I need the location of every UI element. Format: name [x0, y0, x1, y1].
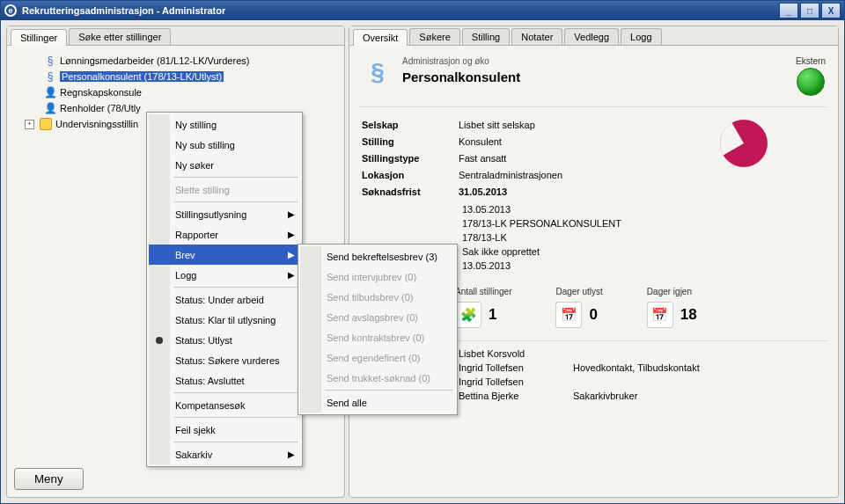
menu-item-label: Kompetansesøk [175, 400, 245, 411]
menu-item-label: Sakarkiv [175, 449, 212, 460]
left-tabbar: Stillinger Søke etter stillinger [7, 26, 344, 46]
chevron-right-icon: ▶ [288, 209, 295, 219]
field-value: Lisbet sitt selskap [459, 120, 720, 130]
menu-item[interactable]: Ny stilling [149, 114, 300, 135]
tab-sokere[interactable]: Søkere [409, 28, 459, 45]
pie-chart-icon [720, 120, 768, 167]
handler-extra [573, 376, 767, 387]
menu-item[interactable]: Brev▶ [149, 245, 300, 265]
stat-label: Dager igjen [647, 287, 697, 296]
submenu-item-label: Send trukket-søknad (0) [327, 373, 430, 383]
tree-label: Renholder (78/Utly [60, 103, 141, 113]
menu-item[interactable]: Logg▶ [149, 265, 300, 285]
tree-row[interactable]: 👤 Regnskapskonsule [12, 84, 342, 100]
globe-icon [797, 68, 825, 96]
submenu-item: Send trukket-søknad (0) [300, 368, 455, 388]
menu-item[interactable]: Rapporter▶ [149, 224, 300, 245]
menu-item-label: Status: Utlyst [175, 335, 232, 346]
menu-item-label: Logg [175, 270, 196, 281]
tab-soke-etter[interactable]: Søke etter stillinger [69, 28, 171, 45]
handler-name: Bettina Bjerke [459, 391, 573, 401]
menu-item-label: Rapporter [175, 230, 218, 240]
menu-item-label: Ny sub stilling [175, 140, 235, 150]
menu-item-label: Brev [175, 250, 195, 260]
application-window: e Rekrutteringsadministrasjon - Administ… [0, 0, 845, 504]
menu-item[interactable]: Status: Utlyst [149, 330, 300, 350]
external-label: Ekstern [796, 56, 826, 66]
detail-row: 13.05.2013 [462, 202, 826, 216]
handler-extra [573, 348, 767, 359]
submenu-item-label: Send tilbudsbrev (0) [327, 292, 413, 303]
handler-name: Lisbet Korsvold [459, 348, 573, 359]
menu-item[interactable]: Ny sub stilling [149, 135, 300, 155]
detail-row: 178/13-LK PERSONALKONSULENT [462, 216, 826, 230]
detail-row: 13.05.2013 [462, 259, 826, 273]
expand-icon[interactable]: + [25, 120, 34, 129]
meny-button[interactable]: Meny [14, 468, 84, 490]
person-icon: 👤 [44, 102, 56, 114]
field-key: Selskap [362, 120, 459, 130]
menu-item[interactable]: Stillingsutlysning▶ [149, 204, 300, 224]
minimize-button[interactable]: _ [779, 3, 798, 18]
info-grid: Selskap Lisbet sitt selskap Stilling Kon… [349, 111, 838, 201]
submenu-item: Send egendefinert (0) [300, 347, 455, 368]
section-icon: § [44, 70, 56, 83]
tab-notater[interactable]: Notater [511, 28, 562, 45]
tab-logg[interactable]: Logg [621, 28, 661, 45]
handler-extra: Hovedkontakt, Tilbudskontakt [573, 362, 767, 373]
stat-value: 1 [489, 306, 496, 324]
tree-row[interactable]: § Lønningsmedarbeider (81/L12-LK/Vurdere… [12, 53, 342, 69]
tab-vedlegg[interactable]: Vedlegg [564, 28, 619, 45]
tree-row[interactable]: § Personalkonsulent (178/13-LK/Utlyst) [12, 69, 342, 84]
external-badge: Ekstern [796, 56, 826, 96]
stat-label: Dager utlyst [555, 287, 602, 296]
menu-item-label: Status: Søkere vurderes [175, 355, 280, 366]
chevron-right-icon: ▶ [288, 230, 295, 239]
handler-name: Ingrid Tollefsen [459, 376, 573, 387]
submenu-item: Send intervjubrev (0) [300, 267, 455, 287]
tab-oversikt[interactable]: Oversikt [353, 29, 408, 46]
section-icon: § [362, 56, 393, 88]
menu-item-label: Stillingsutlysning [175, 209, 246, 220]
menu-item-label: Status: Under arbeid [175, 295, 264, 305]
chevron-right-icon: ▶ [288, 449, 295, 459]
tab-stillinger[interactable]: Stillinger [11, 29, 67, 46]
person-icon: 👤 [44, 86, 56, 99]
puzzle-icon: 🧩 [455, 302, 481, 328]
menu-item[interactable]: Ny søker [149, 155, 300, 175]
submenu-item[interactable]: Send bekreftelsesbrev (3) [300, 246, 455, 267]
stat-label: Antall stillinger [455, 287, 511, 296]
tab-stilling[interactable]: Stilling [462, 28, 510, 45]
right-tabbar: Oversikt Søkere Stilling Notater Vedlegg… [349, 26, 838, 46]
field-value: Konsulent [459, 136, 720, 147]
app-icon: e [4, 4, 17, 17]
section-icon: § [44, 55, 56, 67]
menu-item-label: Ny søker [175, 160, 214, 171]
category-label: Administrasjon og øko [402, 56, 796, 66]
field-key: Stilling [362, 136, 459, 147]
maximize-button[interactable]: □ [800, 3, 819, 18]
menu-item-label: Slette stilling [175, 185, 230, 195]
folder-icon [40, 118, 52, 130]
menu-item[interactable]: Status: Avsluttet [149, 370, 300, 391]
submenu-item: Send avslagsbrev (0) [300, 307, 455, 327]
menu-item[interactable]: Feil sjekk [149, 420, 300, 440]
handler-extra: Sakarkivbruker [573, 391, 767, 401]
stat-igjen: Dager igjen 📅18 [647, 287, 697, 328]
menu-item[interactable]: Sakarkiv▶ [149, 444, 300, 464]
menu-item[interactable]: Kompetansesøk [149, 395, 300, 415]
stat-value: 18 [680, 306, 697, 324]
context-submenu: Send bekreftelsesbrev (3)Send intervjubr… [298, 244, 458, 415]
menu-item[interactable]: Status: Klar til utlysning [149, 310, 300, 330]
submenu-item-label: Send egendefinert (0) [327, 353, 420, 363]
menu-item[interactable]: Status: Søkere vurderes [149, 350, 300, 370]
field-key: Søknadsfrist [362, 186, 459, 197]
detail-row: Sak ikke opprettet [462, 245, 826, 259]
handler-name: Ingrid Tollefsen [459, 362, 573, 373]
menu-item: Slette stilling [149, 179, 300, 200]
menu-item[interactable]: Status: Under arbeid [149, 289, 300, 310]
submenu-item: Send tilbudsbrev (0) [300, 287, 455, 307]
stat-antall: Antall stillinger 🧩1 [455, 287, 511, 328]
submenu-item[interactable]: Send alle [300, 392, 455, 413]
close-button[interactable]: X [821, 3, 841, 18]
